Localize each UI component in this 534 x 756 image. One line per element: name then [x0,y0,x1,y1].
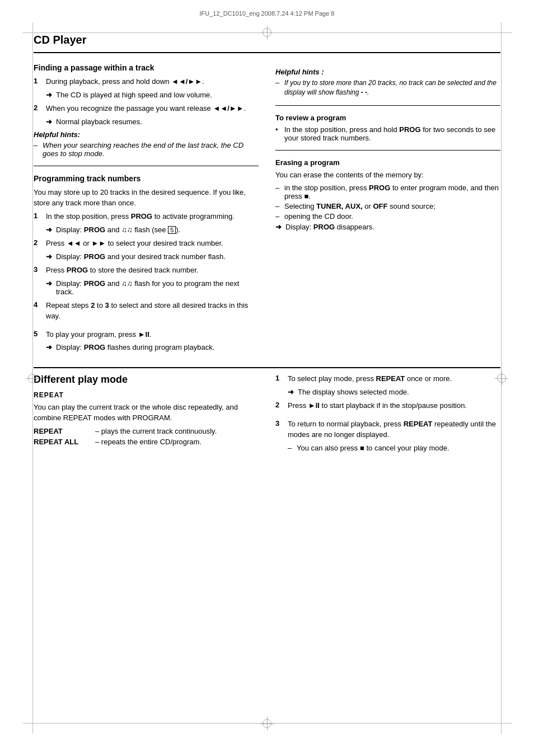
file-header: IFU_12_DC1010_eng 2008.7.24 4:12 PM Page… [0,0,534,21]
steps-list-programming: 1 In the stop position, press PROG to ac… [34,212,259,351]
step-num: 1 [275,374,283,382]
step-content: During playback, press and hold down ◄◄/… [46,77,259,99]
step-num: 1 [34,77,41,85]
step-result: ➜ Display: PROG and ♫♫ flash (see 5). [46,226,259,234]
hint-text: When your searching reaches the end of t… [43,141,259,158]
erase-text: in the stop position, press PROG to ente… [284,184,500,200]
step-result: ➜ The CD is played at high speed and low… [46,91,259,99]
arrow-icon: ➜ [46,91,54,99]
step-text: Press ◄◄ or ►► to select your desired tr… [46,238,259,249]
step-content: Press ◄◄ or ►► to select your desired tr… [46,238,259,261]
step-num: 1 [34,212,41,220]
step-item: 1 During playback, press and hold down ◄… [34,77,259,99]
step-text: When you recognize the passage you want … [46,104,259,114]
left-column: Finding a passage within a track 1 Durin… [34,63,259,356]
play-step-item: 3 To return to normal playback, press RE… [275,419,500,454]
repeat-key: REPEAT [34,427,95,435]
step-text: Press PROG to store the desired track nu… [46,265,259,276]
dash: – [275,78,281,87]
hint-title: Helpful hints: [34,130,259,139]
result-text: Display: PROG disappears. [285,223,374,231]
step-item: 5 To play your program, press ►II. ➜ Dis… [34,330,259,352]
play-mode-layout: Different play mode REPEAT You can play … [34,374,500,458]
dash: – [288,444,293,452]
arrow-icon: ➜ [288,388,296,396]
result-text: The display shows selected mode. [298,388,409,396]
step-num: 3 [34,265,41,274]
repeat-all-key: REPEAT ALL [34,438,95,446]
step-num: 4 [34,300,41,309]
step-content: When you recognize the passage you want … [46,104,259,126]
step-num: 3 [275,419,283,428]
result-text: Normal playback resumes. [56,118,142,126]
step-num: 5 [34,330,41,338]
section-programming: Programming track numbers You may store … [34,174,259,352]
section-divider-right2 [275,150,500,151]
hint-block-finding: Helpful hints: – When your searching rea… [34,130,259,158]
dash: – [275,202,281,210]
step-content: Repeat steps 2 to 3 to select and store … [46,300,259,325]
step-content: Press PROG to store the desired track nu… [46,265,259,296]
step-num: 2 [34,238,41,247]
right-column: Helpful hints : – If you try to store mo… [275,63,500,356]
step-content: To play your program, press ►II. ➜ Displ… [46,330,259,352]
erase-item3: – opening the CD door. [275,212,500,220]
step-text: To return to normal playback, press REPE… [288,419,500,440]
repeat-def-1: REPEAT – plays the current track continu… [34,427,259,435]
main-content: CD Player Finding a passage within a tra… [0,21,534,481]
step-content: To return to normal playback, press REPE… [288,419,500,454]
result-text: Display: PROG and your desired track num… [56,252,226,261]
section-divider [34,166,259,166]
step-note: – You can also press ■ to cancel your pl… [288,444,500,452]
result-text: Display: PROG flashes during program pla… [56,343,214,351]
erase-intro: You can erase the contents of the memory… [275,170,500,181]
review-heading: To review a program [275,114,500,122]
dash: – [275,212,281,220]
result-text: Display: PROG and ♫♫ flash for you to pr… [56,279,259,296]
erase-heading: Erasing a program [275,158,500,167]
erase-text: opening the CD door. [284,212,353,220]
section-heading-finding: Finding a passage within a track [34,63,259,72]
review-list: • In the stop position, press and hold P… [275,125,500,142]
steps-list-finding: 1 During playback, press and hold down ◄… [34,77,259,126]
repeat-all-val: – repeats the entire CD/program. [95,438,259,446]
hint-block-right: Helpful hints : – If you try to store mo… [275,68,500,97]
section-finding-passage: Finding a passage within a track 1 Durin… [34,63,259,158]
dash: – [275,184,281,192]
section-heading-programming: Programming track numbers [34,174,259,183]
hint-item-right: – If you try to store more than 20 track… [275,78,500,97]
page: IFU_12_DC1010_eng 2008.7.24 4:12 PM Page… [0,0,534,756]
play-step-item: 1 To select play mode, press REPEAT once… [275,374,500,396]
step-content: To select play mode, press REPEAT once o… [288,374,500,396]
step-item: 2 When you recognize the passage you wan… [34,104,259,126]
step-text: Repeat steps 2 to 3 to select and store … [46,300,259,322]
dash: – [34,141,39,149]
step-result: ➜ Display: PROG and ♫♫ flash for you to … [46,279,259,296]
step-text: To play your program, press ►II. [46,330,259,340]
repeat-label: REPEAT [34,391,259,399]
arrow-icon: ➜ [46,343,54,351]
review-text: In the stop position, press and hold PRO… [284,125,500,142]
repeat-def-2: REPEAT ALL – repeats the entire CD/progr… [34,438,259,446]
section-review: To review a program • In the stop positi… [275,114,500,142]
play-mode-left: Different play mode REPEAT You can play … [34,374,259,458]
step-num: 2 [34,104,41,112]
arrow-icon: ➜ [46,279,54,288]
hint-text-right: If you try to store more than 20 tracks,… [284,78,500,97]
step-content: In the stop position, press PROG to acti… [46,212,259,234]
repeat-intro: You can play the current track or the wh… [34,402,259,424]
step-num: 2 [275,401,283,409]
file-info: IFU_12_DC1010_eng 2008.7.24 4:12 PM Page… [200,10,335,17]
play-mode-steps: 1 To select play mode, press REPEAT once… [275,374,500,453]
step-text: During playback, press and hold down ◄◄/… [46,77,259,87]
step-item: 4 Repeat steps 2 to 3 to select and stor… [34,300,259,325]
erase-item1: – in the stop position, press PROG to en… [275,184,500,200]
step-item: 1 In the stop position, press PROG to ac… [34,212,259,234]
step-result: ➜ The display shows selected mode. [288,388,500,396]
play-mode-right: 1 To select play mode, press REPEAT once… [275,374,500,458]
play-mode-title: Different play mode [34,374,259,386]
repeat-val: – plays the current track continuously. [95,427,259,435]
step-text: In the stop position, press PROG to acti… [46,212,259,222]
result-text: Display: PROG and ♫♫ flash (see 5). [56,226,180,234]
arrow-icon: ➜ [275,223,283,231]
